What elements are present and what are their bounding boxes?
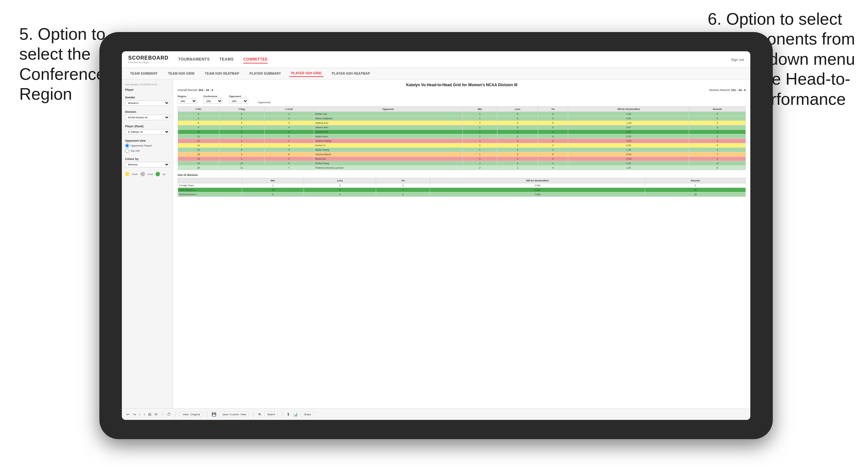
sub-nav-team-summary[interactable]: TEAM SUMMARY — [128, 70, 160, 76]
share-icon-2[interactable]: 📊 — [293, 412, 298, 417]
cell-reg: 2 — [219, 134, 264, 139]
division-select[interactable]: NCAA Division III — [125, 115, 169, 120]
save-icon[interactable]: 💾 — [212, 412, 216, 417]
ood-cell-win: 15 — [242, 188, 304, 192]
nav-tournaments[interactable]: TOURNAMENTS — [178, 56, 210, 63]
cell-tie: 0 — [538, 134, 568, 139]
colour-select[interactable]: Win/loss — [125, 162, 169, 167]
cell-win: 1 — [462, 112, 497, 116]
radio-top100[interactable]: Top 100 — [125, 149, 169, 153]
cell-diff: -0.94 — [568, 152, 689, 157]
sub-nav: TEAM SUMMARY TEAM H2H GRID TEAM H2H HEAT… — [122, 68, 750, 80]
table-row: 10 6 3 Andrea York 2 0 0 4.00 4 — [178, 130, 746, 134]
out-of-division-header: Out of division — [178, 174, 746, 177]
sidebar-colour-section: Colour by Win/loss — [125, 157, 169, 167]
cell-diff: 1.25 — [568, 148, 689, 152]
table-row: 6 3 3 Sydney Kuo 1 0 0 -1.00 3 — [178, 121, 746, 125]
legend-up-label: Up — [162, 173, 165, 175]
cell-tie: 0 — [538, 125, 568, 130]
cell-opponent: Heejo Hyun — [314, 134, 463, 139]
redo-icon[interactable]: ↪ — [133, 412, 136, 417]
filter-row: Region (All) Conference (All) Opponent — [178, 95, 746, 104]
cell-reg: 7 — [219, 143, 264, 148]
nav-committee[interactable]: COMMITTEE — [243, 56, 268, 63]
gender-select[interactable]: Women's — [125, 100, 169, 106]
sidebar-player-section: Player — [125, 88, 169, 91]
cell-rounds: 7 — [689, 152, 746, 157]
sub-nav-team-h2h-grid[interactable]: TEAM H2H GRID — [166, 70, 196, 76]
cell-div: 14 — [178, 143, 219, 148]
cell-reg: 3 — [219, 152, 264, 157]
back-icon[interactable]: ‹ — [139, 412, 141, 417]
cell-loss: 2 — [497, 143, 538, 148]
cell-reg: 6 — [219, 130, 264, 134]
col-diff: Diff Av Strokes/Rnd — [568, 107, 689, 112]
cell-reg: 2 — [219, 116, 264, 121]
cell-win: 2 — [462, 166, 497, 170]
opponent-select[interactable]: (All) — [229, 98, 248, 104]
save-custom-btn[interactable]: Save Custom View — [220, 412, 248, 417]
cell-loss: 0 — [497, 130, 538, 134]
rotate-icon[interactable]: ⟳ — [155, 412, 158, 417]
cell-tie: 0 — [538, 161, 568, 166]
toolbar-sep-3 — [207, 411, 207, 417]
player-rank-select[interactable]: 8. Katelyn Vo — [125, 129, 169, 135]
cell-diff: -3.00 — [568, 139, 689, 143]
cell-rounds: 3 — [689, 121, 746, 125]
cell-loss: 0 — [497, 116, 538, 121]
legend-down-circle — [125, 172, 129, 176]
cell-tie: 0 — [538, 130, 568, 134]
watch-icon[interactable]: 👁 — [258, 412, 262, 417]
sub-nav-player-summary[interactable]: PLAYER SUMMARY — [248, 70, 283, 76]
region-select[interactable]: (All) — [178, 98, 197, 104]
cell-div: 10 — [178, 130, 219, 134]
cell-diff: 0.38 — [568, 143, 689, 148]
cell-loss: 0 — [497, 125, 538, 130]
nav-teams[interactable]: TEAMS — [219, 56, 234, 63]
region-filter-group: Region (All) — [178, 95, 197, 104]
grid-title: Katelyn Vo Head-to-Head Grid for Women's… — [178, 83, 746, 87]
top-nav: SCOREBOARD Powered by clippd TOURNAMENTS… — [122, 51, 750, 68]
share-icon-1[interactable]: ⬆ — [287, 412, 290, 417]
watch-btn[interactable]: Watch — [265, 412, 277, 417]
forward-icon[interactable]: › — [144, 412, 145, 417]
cell-div: 15 — [178, 148, 219, 152]
radio-opponents-played[interactable]: Opponents Played — [125, 144, 169, 148]
h2h-table: # Div # Reg # Conf Opponent Win Loss Tie… — [178, 106, 746, 170]
col-div: # Div — [178, 107, 219, 112]
cell-reg: 10 — [219, 161, 264, 166]
share-btn[interactable]: Share — [301, 412, 313, 417]
clock-icon[interactable]: ⏱ — [167, 412, 171, 417]
ood-table-row: NCAA Division 2 5 0 0 7.400 10 — [178, 192, 746, 197]
cell-rounds: 4 — [689, 130, 746, 134]
ood-cell-rounds: 30 — [645, 188, 745, 192]
ood-cell-loss: 0 — [304, 188, 376, 192]
sub-nav-team-h2h-heatmap[interactable]: TEAM H2H HEATMAP — [203, 70, 241, 76]
cell-diff: 4.00 — [568, 116, 689, 121]
logo-text: SCOREBOARD — [128, 55, 169, 61]
cell-win: 1 — [462, 152, 497, 157]
conference-select[interactable]: (All) — [203, 98, 222, 104]
sidebar: Last Updated: 27/03/2024 16:34 Player Ge… — [122, 80, 173, 408]
ood-cell-loss: 0 — [304, 192, 376, 197]
cell-conf: 7 — [264, 166, 314, 170]
sub-nav-player-h2h-grid[interactable]: PLAYER H2H GRID — [289, 70, 323, 77]
cell-reg: 1 — [219, 125, 264, 130]
logo-sub: Powered by clippd — [128, 61, 169, 64]
cell-win: 2 — [462, 143, 497, 148]
cell-win: 1 — [462, 116, 497, 121]
view-original-btn[interactable]: View: Original — [180, 412, 202, 417]
ood-cell-tie: 0 — [376, 188, 430, 192]
opponents-count-label: Opponents: — [258, 101, 271, 104]
sub-nav-player-h2h-heatmap[interactable]: PLAYER H2H HEATMAP — [330, 70, 372, 76]
sign-out[interactable]: Sign out — [731, 58, 744, 62]
cell-opponent: Eunice Yi — [314, 143, 463, 148]
table-row: 5 2 2 Alexis Sudjianto 1 0 0 4.00 3 — [178, 116, 746, 121]
copy-icon[interactable]: ⊞ — [148, 412, 151, 417]
cell-rounds: 4 — [689, 112, 746, 116]
cell-conf: 2 — [264, 157, 314, 161]
cell-diff: 3.67 — [568, 125, 689, 130]
undo-icon[interactable]: ↩ — [126, 412, 129, 417]
cell-loss: 3 — [497, 157, 538, 161]
table-row: 9 1 4 Sharon Mun 1 0 0 3.67 3 — [178, 125, 746, 130]
